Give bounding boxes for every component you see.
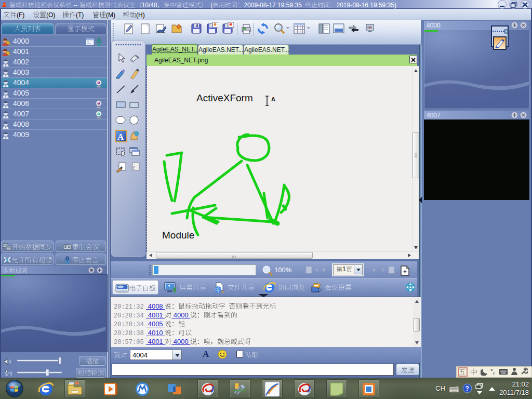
svg-text:A: A: [117, 132, 124, 142]
svg-text:?: ?: [466, 385, 469, 392]
